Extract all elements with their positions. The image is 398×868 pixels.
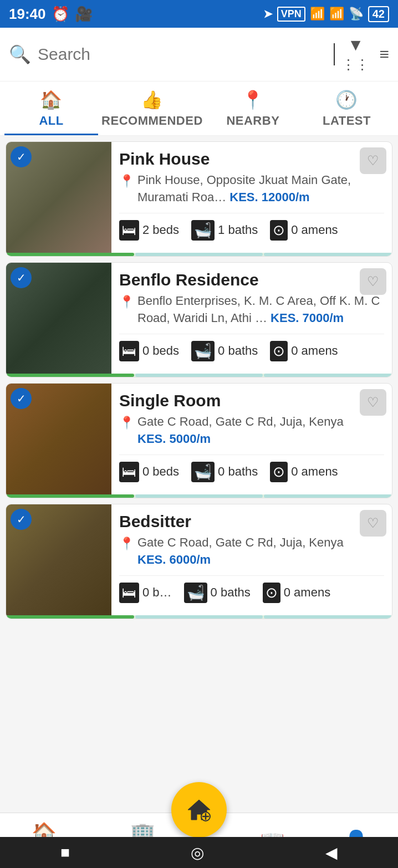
verified-badge: ✓ bbox=[11, 509, 32, 530]
card-image-wrap: ✓ bbox=[6, 142, 111, 253]
wishlist-button[interactable]: ♡ bbox=[360, 389, 386, 416]
card-content: Bedsitter 📍 Gate C Road, Gate C Rd, Juja… bbox=[111, 504, 392, 615]
card-divider bbox=[119, 213, 384, 213]
signal-icon2: 📶 bbox=[329, 7, 344, 21]
location-pin-icon: 📍 bbox=[119, 415, 134, 432]
android-nav-bar: ■ ◎ ◀ bbox=[0, 837, 398, 868]
property-title: Single Room bbox=[119, 391, 384, 410]
card-content: Benflo Residence 📍 Benflo Enterprises, K… bbox=[111, 263, 392, 374]
listing-card[interactable]: ✓ Single Room 📍 Gate C Road, Gate C Rd, … bbox=[6, 383, 392, 498]
wishlist-button[interactable]: ♡ bbox=[360, 510, 386, 537]
card-divider bbox=[119, 575, 384, 576]
bed-icon: 🛏 bbox=[119, 220, 139, 241]
amenities-icon: ⊙ bbox=[270, 462, 288, 482]
status-right: ➤ VPN 📶 📶 📡 42 bbox=[263, 6, 389, 22]
thumbsup-icon: 👍 bbox=[141, 89, 164, 110]
sort-button[interactable]: ≡ bbox=[379, 45, 389, 64]
tab-nearby-label: NEARBY bbox=[226, 114, 279, 128]
verified-badge: ✓ bbox=[11, 267, 32, 288]
search-input[interactable] bbox=[38, 45, 327, 64]
tab-recommended-label: RECOMMENDED bbox=[101, 114, 203, 128]
amens-feature: ⊙ 0 amens bbox=[270, 462, 338, 482]
tab-all-label: ALL bbox=[39, 114, 63, 128]
search-icon: 🔍 bbox=[9, 44, 31, 65]
square-icon: ■ bbox=[60, 844, 70, 861]
tab-all[interactable]: 🏠 ALL bbox=[4, 81, 98, 135]
listing-card[interactable]: ✓ Pink House 📍 Pink House, Opposite Jkua… bbox=[6, 141, 392, 257]
tab-latest[interactable]: 🕐 LATEST bbox=[300, 81, 394, 135]
tab-latest-label: LATEST bbox=[323, 114, 371, 128]
circle-icon: ◎ bbox=[191, 844, 204, 861]
beds-feature: 🛏 0 beds bbox=[119, 462, 179, 482]
card-divider bbox=[119, 334, 384, 334]
card-content: Single Room 📍 Gate C Road, Gate C Rd, Ju… bbox=[111, 384, 392, 494]
card-features: 🛏 0 beds 🛁 0 baths ⊙ 0 amens bbox=[119, 341, 384, 361]
bed-icon: 🛏 bbox=[119, 462, 139, 482]
wishlist-button[interactable]: ♡ bbox=[360, 268, 386, 295]
property-address: 📍 Benflo Enterprises, K. M. C Area, Off … bbox=[119, 293, 384, 327]
bath-icon: 🛁 bbox=[191, 341, 215, 361]
wishlist-button[interactable]: ♡ bbox=[360, 147, 386, 174]
property-title: Benflo Residence bbox=[119, 270, 384, 289]
signal-icon: 📶 bbox=[310, 7, 325, 21]
search-divider bbox=[334, 43, 335, 65]
baths-feature: 🛁 0 baths bbox=[191, 462, 258, 482]
filter-icon: ▼⋮⋮ bbox=[341, 35, 369, 73]
bath-icon: 🛁 bbox=[191, 220, 215, 241]
alarm-icon: ⏰ bbox=[52, 6, 69, 23]
search-bar: 🔍 ▼⋮⋮ ≡ bbox=[0, 28, 398, 81]
card-image-wrap: ✓ bbox=[6, 384, 111, 494]
location-icon: ➤ bbox=[263, 7, 273, 21]
tab-bar: 🏠 ALL 👍 RECOMMENDED 📍 NEARBY 🕐 LATEST bbox=[0, 81, 398, 136]
card-content: Pink House 📍 Pink House, Opposite Jkuat … bbox=[111, 142, 392, 253]
listings-container: ✓ Pink House 📍 Pink House, Opposite Jkua… bbox=[0, 136, 398, 625]
card-image-wrap: ✓ bbox=[6, 504, 111, 615]
clock-icon: 🕐 bbox=[335, 89, 358, 110]
scroll-indicator bbox=[6, 615, 392, 619]
scroll-indicator bbox=[6, 494, 392, 498]
vpn-badge: VPN bbox=[277, 7, 305, 22]
status-bar: 19:40 ⏰ 🎥 ➤ VPN 📶 📶 📡 42 bbox=[0, 0, 398, 28]
property-title: Bedsitter bbox=[119, 512, 384, 531]
location-pin-icon: 📍 bbox=[119, 173, 134, 190]
recent-apps-button[interactable]: ■ bbox=[60, 844, 70, 861]
card-features: 🛏 2 beds 🛁 1 baths ⊙ 0 amens bbox=[119, 220, 384, 241]
location-pin-icon: 📍 bbox=[119, 294, 134, 311]
scroll-indicator bbox=[6, 374, 392, 377]
home-tab-icon: 🏠 bbox=[40, 89, 63, 110]
home-button[interactable]: ◎ bbox=[191, 844, 204, 862]
video-icon: 🎥 bbox=[75, 6, 93, 23]
tab-nearby[interactable]: 📍 NEARBY bbox=[206, 81, 300, 135]
amens-feature: ⊙ 0 amens bbox=[263, 583, 330, 603]
listing-card[interactable]: ✓ Bedsitter 📍 Gate C Road, Gate C Rd, Ju… bbox=[6, 504, 392, 619]
tab-recommended[interactable]: 👍 RECOMMENDED bbox=[98, 81, 206, 135]
search-input-wrap: 🔍 bbox=[9, 44, 327, 65]
amens-feature: ⊙ 0 amens bbox=[270, 341, 338, 361]
battery-icon: 42 bbox=[368, 6, 389, 22]
verified-badge: ✓ bbox=[11, 146, 32, 167]
property-address: 📍 Gate C Road, Gate C Rd, Juja, Kenya KE… bbox=[119, 413, 384, 448]
status-left: 19:40 ⏰ 🎥 bbox=[9, 6, 93, 23]
card-features: 🛏 0 beds 🛁 0 baths ⊙ 0 amens bbox=[119, 462, 384, 482]
listing-card[interactable]: ✓ Benflo Residence 📍 Benflo Enterprises,… bbox=[6, 262, 392, 377]
baths-feature: 🛁 0 baths bbox=[184, 583, 251, 603]
bath-icon: 🛁 bbox=[191, 462, 215, 482]
beds-feature: 🛏 0 beds bbox=[119, 341, 179, 361]
card-divider bbox=[119, 455, 384, 455]
add-home-icon bbox=[185, 795, 213, 824]
wifi-icon: 📡 bbox=[349, 7, 364, 21]
property-address: 📍 Gate C Road, Gate C Rd, Juja, Kenya KE… bbox=[119, 534, 384, 569]
bed-icon: 🛏 bbox=[119, 583, 139, 603]
status-time: 19:40 bbox=[9, 6, 46, 23]
search-icons: ▼⋮⋮ ≡ bbox=[341, 35, 389, 73]
card-image-wrap: ✓ bbox=[6, 263, 111, 374]
bath-icon: 🛁 bbox=[184, 583, 207, 603]
back-button[interactable]: ◀ bbox=[325, 844, 338, 862]
location-tab-icon: 📍 bbox=[242, 89, 264, 110]
add-property-fab[interactable] bbox=[171, 782, 227, 838]
filter-button[interactable]: ▼⋮⋮ bbox=[341, 35, 369, 73]
amenities-icon: ⊙ bbox=[263, 583, 280, 603]
card-features: 🛏 0 b… 🛁 0 baths ⊙ 0 amens bbox=[119, 583, 384, 603]
property-address: 📍 Pink House, Opposite Jkuat Main Gate, … bbox=[119, 172, 384, 206]
back-icon: ◀ bbox=[325, 844, 338, 861]
